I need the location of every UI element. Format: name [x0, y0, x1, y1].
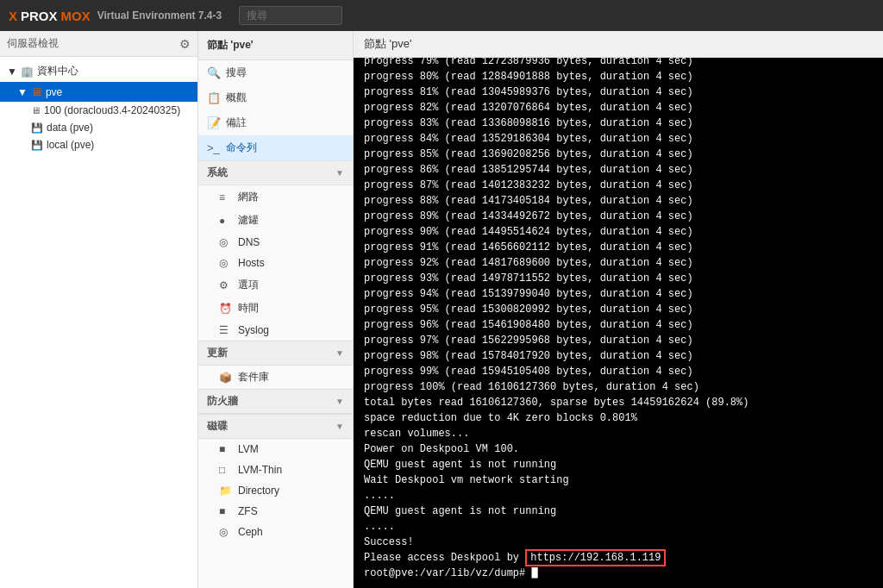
terminal-line: Wait Deskpool vm network starting	[364, 472, 873, 488]
nav-panel: 節點 'pve' 🔍 搜尋 📋 概觀 📝 備註 >_ 命令列 系統 ▼ ≡ 網路…	[198, 31, 354, 588]
tree-datacenter[interactable]: ▼ 🏢 資料中心	[0, 60, 197, 82]
nav-sub-repos[interactable]: 📦 套件庫	[198, 366, 353, 389]
nav-sub-time[interactable]: ⏰ 時間	[198, 297, 353, 320]
updates-chevron-icon: ▼	[335, 348, 344, 358]
terminal-output[interactable]: progress 78% (read 12562792448 bytes, du…	[354, 58, 883, 588]
content-title: 節點 'pve'	[364, 37, 412, 50]
nav-sub-lvmthin[interactable]: □ LVM-Thin	[198, 460, 353, 480]
topbar-search-input[interactable]	[239, 6, 342, 25]
filter-icon: ●	[219, 215, 233, 227]
firewall-section-label: 防火牆	[207, 394, 238, 409]
directory-icon: 📁	[219, 485, 233, 497]
terminal-line: progress 100% (read 16106127360 bytes, d…	[364, 379, 873, 395]
system-chevron-icon: ▼	[335, 168, 344, 178]
options-icon: ⚙	[219, 279, 233, 291]
logo-mox-text: MOX	[61, 9, 91, 23]
shell-icon: >_	[207, 141, 221, 154]
terminal-line: progress 82% (read 13207076864 bytes, du…	[364, 100, 873, 116]
gear-icon[interactable]: ⚙	[179, 37, 191, 51]
terminal-line: progress 79% (read 12723879936 bytes, du…	[364, 58, 873, 69]
nav-zfs-label: ZFS	[238, 505, 258, 517]
vm-icon: 🖥	[31, 105, 41, 116]
terminal-line: progress 88% (read 14173405184 bytes, du…	[364, 193, 873, 209]
terminal-line: progress 86% (read 13851295744 bytes, du…	[364, 162, 873, 178]
nav-sub-options[interactable]: ⚙ 選項	[198, 273, 353, 297]
tree: ▼ 🏢 資料中心 ▼ 🖥 pve 🖥 100 (doracloud3.4-202…	[0, 57, 197, 588]
terminal-line: progress 96% (read 15461908480 bytes, du…	[364, 317, 873, 333]
tree-child-local-label: local (pve)	[47, 139, 94, 151]
nav-filter-label: 濾罐	[238, 213, 259, 228]
terminal-prompt-line: root@pve:/var/lib/vz/dump# █	[364, 566, 873, 581]
tree-child-vm[interactable]: 🖥 100 (doracloud3.4-20240325)	[0, 102, 197, 119]
proxmox-logo: X PROX MOX Virtual Environment 7.4-3	[9, 9, 222, 23]
nav-item-notes[interactable]: 📝 備註	[198, 110, 353, 135]
updates-section-label: 更新	[207, 346, 228, 360]
terminal-line: progress 84% (read 13529186304 bytes, du…	[364, 131, 873, 147]
terminal-line: progress 97% (read 15622995968 bytes, du…	[364, 333, 873, 348]
nav-repos-label: 套件庫	[238, 370, 269, 385]
nav-item-shell[interactable]: >_ 命令列	[198, 135, 353, 160]
terminal-line: progress 92% (read 14817689600 bytes, du…	[364, 255, 873, 271]
system-section-label: 系統	[207, 166, 228, 180]
nav-section-disk[interactable]: 磁碟 ▼	[198, 414, 353, 439]
terminal-line: space reduction due to 4K zero blocks 0.…	[364, 410, 873, 426]
summary-icon: 📋	[207, 91, 221, 104]
disk-chevron-icon: ▼	[335, 422, 344, 431]
cursor-icon: █	[531, 567, 537, 579]
nav-directory-label: Directory	[238, 485, 279, 497]
tree-child-data[interactable]: 💾 data (pve)	[0, 119, 197, 136]
terminal-line: progress 93% (read 14978711552 bytes, du…	[364, 271, 873, 286]
storage-icon: 💾	[31, 122, 43, 134]
tree-collapse-icon: ▼	[7, 66, 17, 78]
nav-section-system[interactable]: 系統 ▼	[198, 160, 353, 185]
main-layout: 伺服器檢視 ⚙ ▼ 🏢 資料中心 ▼ 🖥 pve 🖥 100 (doraclou…	[0, 31, 883, 588]
terminal-line: progress 87% (read 14012383232 bytes, du…	[364, 178, 873, 193]
nav-hosts-label: Hosts	[238, 257, 265, 269]
datacenter-icon: 🏢	[21, 66, 34, 78]
tree-child-local[interactable]: 💾 local (pve)	[0, 136, 197, 153]
nav-section-updates[interactable]: 更新 ▼	[198, 341, 353, 366]
nav-sub-dns[interactable]: ◎ DNS	[198, 232, 353, 253]
terminal-line: progress 89% (read 14334492672 bytes, du…	[364, 209, 873, 224]
terminal-line: QEMU guest agent is not running	[364, 504, 873, 519]
lvm-icon: ■	[219, 443, 233, 455]
terminal-line: total bytes read 16106127360, sparse byt…	[364, 395, 873, 410]
terminal-line: progress 98% (read 15784017920 bytes, du…	[364, 348, 873, 364]
terminal-line: rescan volumes...	[364, 426, 873, 441]
nav-search-label: 搜尋	[226, 66, 247, 80]
nav-sub-network[interactable]: ≡ 網路	[198, 185, 353, 209]
nav-time-label: 時間	[238, 301, 259, 316]
access-url[interactable]: https://192.168.1.119	[525, 549, 666, 566]
terminal-line: Power on Deskpool VM 100.	[364, 441, 873, 457]
nav-sub-lvm[interactable]: ■ LVM	[198, 439, 353, 460]
nav-ceph-label: Ceph	[238, 526, 263, 538]
nav-sub-filter[interactable]: ● 濾罐	[198, 209, 353, 232]
server-panel-title: 伺服器檢視	[7, 36, 59, 51]
terminal-line: progress 99% (read 15945105408 bytes, du…	[364, 364, 873, 379]
hosts-icon: ◎	[219, 257, 233, 269]
nav-sub-directory[interactable]: 📁 Directory	[198, 480, 353, 501]
nav-lvm-label: LVM	[238, 443, 259, 455]
content-header: 節點 'pve'	[354, 31, 883, 58]
terminal-access-line: Please access Deskpool by https://192.16…	[364, 550, 873, 566]
terminal-line: Success!	[364, 535, 873, 550]
content-area: 節點 'pve' progress 78% (read 12562792448 …	[354, 31, 883, 588]
tree-child-data-label: data (pve)	[47, 122, 93, 134]
terminal-line: progress 81% (read 13045989376 bytes, du…	[364, 84, 873, 100]
local-icon: 💾	[31, 140, 43, 151]
tree-child-vm-label: 100 (doracloud3.4-20240325)	[44, 104, 180, 116]
firewall-chevron-icon: ▼	[335, 397, 344, 406]
nav-item-search[interactable]: 🔍 搜尋	[198, 60, 353, 85]
nav-sub-hosts[interactable]: ◎ Hosts	[198, 253, 353, 273]
terminal-line: progress 90% (read 14495514624 bytes, du…	[364, 224, 873, 240]
terminal-line: progress 91% (read 14656602112 bytes, du…	[364, 240, 873, 255]
nav-section-firewall[interactable]: 防火牆 ▼	[198, 389, 353, 414]
nav-item-summary[interactable]: 📋 概觀	[198, 85, 353, 110]
topbar: X PROX MOX Virtual Environment 7.4-3	[0, 0, 883, 31]
nav-sub-syslog[interactable]: ☰ Syslog	[198, 320, 353, 341]
nav-network-label: 網路	[238, 190, 259, 204]
nav-sub-zfs[interactable]: ■ ZFS	[198, 501, 353, 522]
tree-node-pve[interactable]: ▼ 🖥 pve	[0, 82, 197, 102]
nav-sub-ceph[interactable]: ◎ Ceph	[198, 522, 353, 542]
nav-syslog-label: Syslog	[238, 324, 269, 336]
